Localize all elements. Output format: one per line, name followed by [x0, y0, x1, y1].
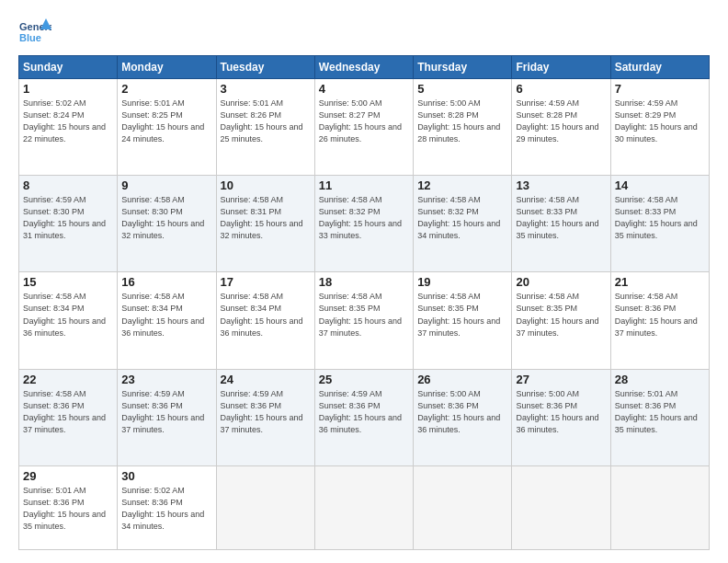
page: General Blue SundayMondayTuesdayWednesda… — [0, 0, 728, 563]
calendar-day-header: Wednesday — [314, 56, 413, 79]
day-info: Sunrise: 5:00 AMSunset: 8:27 PMDaylight:… — [319, 98, 409, 145]
calendar-day-header: Sunday — [19, 56, 118, 79]
calendar-cell — [414, 465, 512, 549]
calendar-cell: 16Sunrise: 4:58 AMSunset: 8:34 PMDayligh… — [118, 272, 216, 369]
header: General Blue — [18, 17, 710, 50]
day-info: Sunrise: 4:58 AMSunset: 8:35 PMDaylight:… — [417, 291, 507, 339]
day-number: 26 — [417, 373, 507, 386]
calendar-cell: 29Sunrise: 5:01 AMSunset: 8:36 PMDayligh… — [19, 465, 118, 549]
day-number: 1 — [23, 82, 113, 96]
day-info: Sunrise: 4:58 AMSunset: 8:35 PMDaylight:… — [516, 291, 606, 339]
logo: General Blue — [18, 17, 51, 50]
day-number: 28 — [615, 373, 705, 386]
calendar-cell — [314, 465, 413, 549]
day-info: Sunrise: 4:58 AMSunset: 8:34 PMDaylight:… — [221, 291, 311, 339]
calendar-day-header: Thursday — [414, 56, 512, 79]
day-number: 23 — [121, 373, 211, 386]
day-info: Sunrise: 4:58 AMSunset: 8:33 PMDaylight:… — [516, 194, 606, 242]
day-number: 21 — [615, 275, 705, 289]
day-info: Sunrise: 5:00 AMSunset: 8:36 PMDaylight:… — [417, 388, 507, 436]
calendar-cell: 4Sunrise: 5:00 AMSunset: 8:27 PMDaylight… — [314, 79, 413, 176]
day-info: Sunrise: 4:59 AMSunset: 8:36 PMDaylight:… — [319, 388, 409, 436]
calendar-day-header: Monday — [118, 56, 216, 79]
day-number: 27 — [516, 373, 606, 386]
calendar-cell: 28Sunrise: 5:01 AMSunset: 8:36 PMDayligh… — [610, 369, 709, 465]
day-number: 9 — [121, 178, 211, 192]
day-number: 3 — [221, 82, 311, 96]
day-info: Sunrise: 4:58 AMSunset: 8:34 PMDaylight:… — [121, 291, 211, 339]
day-number: 8 — [23, 178, 113, 192]
calendar-cell: 21Sunrise: 4:58 AMSunset: 8:36 PMDayligh… — [610, 272, 709, 369]
calendar-cell: 7Sunrise: 4:59 AMSunset: 8:29 PMDaylight… — [610, 79, 709, 176]
calendar-cell: 5Sunrise: 5:00 AMSunset: 8:28 PMDaylight… — [414, 79, 512, 176]
day-number: 18 — [319, 275, 409, 289]
day-info: Sunrise: 4:58 AMSunset: 8:36 PMDaylight:… — [615, 291, 705, 339]
calendar-cell: 18Sunrise: 4:58 AMSunset: 8:35 PMDayligh… — [314, 272, 413, 369]
day-info: Sunrise: 4:58 AMSunset: 8:31 PMDaylight:… — [221, 194, 311, 242]
day-info: Sunrise: 4:58 AMSunset: 8:32 PMDaylight:… — [417, 194, 507, 242]
day-number: 16 — [121, 275, 211, 289]
day-info: Sunrise: 5:02 AMSunset: 8:24 PMDaylight:… — [23, 98, 113, 145]
day-number: 7 — [615, 82, 705, 96]
calendar-day-header: Friday — [512, 56, 610, 79]
day-number: 13 — [516, 178, 606, 192]
day-number: 2 — [121, 82, 211, 96]
day-info: Sunrise: 4:58 AMSunset: 8:33 PMDaylight:… — [615, 194, 705, 242]
day-info: Sunrise: 4:58 AMSunset: 8:34 PMDaylight:… — [23, 291, 113, 339]
day-info: Sunrise: 4:58 AMSunset: 8:35 PMDaylight:… — [319, 291, 409, 339]
calendar-cell: 22Sunrise: 4:58 AMSunset: 8:36 PMDayligh… — [19, 369, 118, 465]
calendar-cell: 26Sunrise: 5:00 AMSunset: 8:36 PMDayligh… — [414, 369, 512, 465]
day-info: Sunrise: 4:59 AMSunset: 8:36 PMDaylight:… — [221, 388, 311, 436]
day-info: Sunrise: 5:00 AMSunset: 8:28 PMDaylight:… — [417, 98, 507, 145]
calendar-cell: 23Sunrise: 4:59 AMSunset: 8:36 PMDayligh… — [118, 369, 216, 465]
day-info: Sunrise: 4:59 AMSunset: 8:36 PMDaylight:… — [121, 388, 211, 436]
calendar-cell: 27Sunrise: 5:00 AMSunset: 8:36 PMDayligh… — [512, 369, 610, 465]
day-number: 4 — [319, 82, 409, 96]
calendar-cell: 2Sunrise: 5:01 AMSunset: 8:25 PMDaylight… — [118, 79, 216, 176]
day-info: Sunrise: 5:01 AMSunset: 8:36 PMDaylight:… — [23, 485, 113, 533]
day-number: 15 — [23, 275, 113, 289]
calendar-cell: 9Sunrise: 4:58 AMSunset: 8:30 PMDaylight… — [118, 176, 216, 272]
calendar-cell — [610, 465, 709, 549]
day-number: 11 — [319, 178, 409, 192]
day-number: 20 — [516, 275, 606, 289]
calendar-day-header: Tuesday — [216, 56, 314, 79]
calendar-cell: 14Sunrise: 4:58 AMSunset: 8:33 PMDayligh… — [610, 176, 709, 272]
calendar-cell: 24Sunrise: 4:59 AMSunset: 8:36 PMDayligh… — [216, 369, 314, 465]
calendar-cell: 25Sunrise: 4:59 AMSunset: 8:36 PMDayligh… — [314, 369, 413, 465]
calendar-day-header: Saturday — [610, 56, 709, 79]
day-info: Sunrise: 4:58 AMSunset: 8:30 PMDaylight:… — [121, 194, 211, 242]
day-number: 29 — [23, 469, 113, 483]
day-info: Sunrise: 5:00 AMSunset: 8:36 PMDaylight:… — [516, 388, 606, 436]
day-number: 30 — [121, 469, 211, 483]
day-number: 19 — [417, 275, 507, 289]
calendar-cell: 10Sunrise: 4:58 AMSunset: 8:31 PMDayligh… — [216, 176, 314, 272]
calendar-cell: 19Sunrise: 4:58 AMSunset: 8:35 PMDayligh… — [414, 272, 512, 369]
day-number: 10 — [221, 178, 311, 192]
day-info: Sunrise: 5:01 AMSunset: 8:26 PMDaylight:… — [221, 98, 311, 145]
calendar-cell: 11Sunrise: 4:58 AMSunset: 8:32 PMDayligh… — [314, 176, 413, 272]
day-number: 22 — [23, 373, 113, 386]
logo-svg: General Blue — [18, 17, 51, 50]
day-info: Sunrise: 5:01 AMSunset: 8:25 PMDaylight:… — [121, 98, 211, 145]
calendar-cell: 12Sunrise: 4:58 AMSunset: 8:32 PMDayligh… — [414, 176, 512, 272]
day-info: Sunrise: 5:01 AMSunset: 8:36 PMDaylight:… — [615, 388, 705, 436]
day-number: 5 — [417, 82, 507, 96]
calendar-cell: 20Sunrise: 4:58 AMSunset: 8:35 PMDayligh… — [512, 272, 610, 369]
day-number: 24 — [221, 373, 311, 386]
calendar-cell: 13Sunrise: 4:58 AMSunset: 8:33 PMDayligh… — [512, 176, 610, 272]
calendar-header-row: SundayMondayTuesdayWednesdayThursdayFrid… — [19, 56, 710, 79]
calendar-table: SundayMondayTuesdayWednesdayThursdayFrid… — [18, 55, 710, 550]
calendar-cell: 1Sunrise: 5:02 AMSunset: 8:24 PMDaylight… — [19, 79, 118, 176]
calendar-cell: 3Sunrise: 5:01 AMSunset: 8:26 PMDaylight… — [216, 79, 314, 176]
calendar-cell: 15Sunrise: 4:58 AMSunset: 8:34 PMDayligh… — [19, 272, 118, 369]
day-info: Sunrise: 4:59 AMSunset: 8:28 PMDaylight:… — [516, 98, 606, 145]
calendar-cell: 8Sunrise: 4:59 AMSunset: 8:30 PMDaylight… — [19, 176, 118, 272]
day-number: 14 — [615, 178, 705, 192]
day-info: Sunrise: 4:58 AMSunset: 8:36 PMDaylight:… — [23, 388, 113, 436]
day-info: Sunrise: 4:59 AMSunset: 8:29 PMDaylight:… — [615, 98, 705, 145]
calendar-cell — [216, 465, 314, 549]
calendar-cell: 17Sunrise: 4:58 AMSunset: 8:34 PMDayligh… — [216, 272, 314, 369]
day-number: 25 — [319, 373, 409, 386]
day-info: Sunrise: 5:02 AMSunset: 8:36 PMDaylight:… — [121, 485, 211, 533]
